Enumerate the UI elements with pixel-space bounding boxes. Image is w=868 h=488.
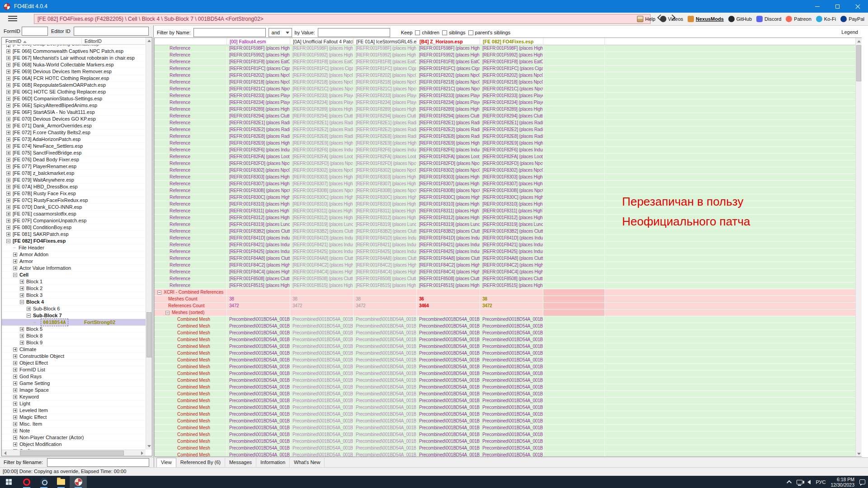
link-kofi[interactable]: Ko-Fi: [816, 16, 836, 22]
tree-item[interactable]: Leveled Item: [2, 407, 146, 414]
formid-input[interactable]: [22, 27, 48, 36]
tree-item[interactable]: [FE 082] FO4Fixes.esp: [2, 238, 146, 244]
tree-item[interactable]: Image Space: [2, 387, 146, 394]
combined-mesh-row[interactable]: Combined MeshPrecombined\001BD54A_001BD5…: [155, 343, 856, 350]
tree-item[interactable]: [FE 076] Dead Body Fixer.esp: [2, 156, 146, 163]
expand-icon[interactable]: [13, 442, 17, 446]
link-help[interactable]: Help: [637, 16, 656, 22]
tab-view[interactable]: View: [156, 458, 176, 468]
scrollbar-thumb[interactable]: [146, 312, 151, 357]
column-header[interactable]: [00] Fallout4.esm: [226, 38, 290, 45]
combined-mesh-row[interactable]: Combined MeshPrecombined\001BD54A_001BD7…: [155, 404, 856, 411]
start-button[interactable]: [0, 476, 18, 488]
close-button[interactable]: [848, 0, 868, 13]
collapse-icon[interactable]: [20, 300, 24, 304]
link-discord[interactable]: Discord: [756, 16, 781, 22]
expand-icon[interactable]: [6, 212, 10, 216]
reference-row[interactable]: Reference[REFR:001F8234] (places PlayerH…: [155, 99, 856, 106]
network-icon[interactable]: [797, 480, 802, 484]
tree-item[interactable]: Block 1: [2, 278, 146, 285]
tree-item[interactable]: [FE 079] WaitAnywhere.esp: [2, 177, 146, 183]
expand-icon[interactable]: [6, 158, 10, 162]
combined-mesh-row[interactable]: Combined MeshPrecombined\001BD54A_001BD5…: [155, 316, 856, 323]
reference-row[interactable]: Reference[REFR:001F841D] (places Industr…: [155, 235, 856, 242]
tree-item[interactable]: [FE 06C] HOTC SE Clothing Replacer.esp: [2, 89, 146, 95]
expand-icon[interactable]: [13, 259, 17, 263]
tree-horizontal-scrollbar[interactable]: [2, 450, 146, 456]
expand-icon[interactable]: [6, 90, 10, 94]
expand-icon[interactable]: [20, 341, 24, 345]
reference-row[interactable]: Reference[REFR:001F598F] (places HighTec…: [155, 45, 856, 52]
combined-mesh-row[interactable]: Combined MeshPrecombined\001BD54A_001BD7…: [155, 411, 856, 418]
reference-row[interactable]: Reference[REFR:001F8218] (places NpcCou.…: [155, 79, 856, 86]
expand-icon[interactable]: [6, 137, 10, 141]
tree-item[interactable]: Sub-Block 6: [2, 305, 146, 312]
combined-mesh-row[interactable]: Combined MeshPrecombined\001BD54A_001BD5…: [155, 398, 856, 404]
tree-item[interactable]: Armor: [2, 258, 146, 265]
reference-row[interactable]: Reference[REFR:001F8289] (places HighTec…: [155, 106, 856, 113]
expand-icon[interactable]: [6, 144, 10, 148]
expand-icon[interactable]: [13, 422, 17, 426]
combined-mesh-row[interactable]: Combined MeshPrecombined\001BD54A_001BD5…: [155, 330, 856, 337]
tree-item[interactable]: Block 8: [2, 333, 146, 339]
tree-item[interactable]: Climate: [2, 346, 146, 353]
combined-mesh-row[interactable]: Combined MeshPrecombined\001BD54A_001BD5…: [155, 350, 856, 357]
expand-icon[interactable]: [6, 103, 10, 108]
reference-row[interactable]: Reference[REFR:001F82F6] (places Industr…: [155, 147, 856, 154]
tree-item[interactable]: Game Setting: [2, 380, 146, 387]
column-header[interactable]: [FE 082] FO4Fixes.esp: [480, 38, 543, 45]
expand-icon[interactable]: [6, 192, 10, 196]
menu-icon[interactable]: [8, 16, 17, 22]
maximize-button[interactable]: [827, 0, 848, 13]
expand-icon[interactable]: [13, 402, 17, 406]
tree-item[interactable]: Keyword: [2, 394, 146, 400]
scroll-up-icon[interactable]: [147, 40, 151, 42]
expand-icon[interactable]: [13, 266, 17, 270]
tree-item[interactable]: [FE 07A] HBD_DressBox.esp: [2, 183, 146, 190]
expand-icon[interactable]: [6, 117, 10, 121]
taskbar-opera-button[interactable]: [18, 476, 35, 488]
combined-mesh-row[interactable]: Combined MeshPrecombined\001BD54A_001BD7…: [155, 425, 856, 432]
tree-item[interactable]: [FE 081] SAKRPatch.esp: [2, 231, 146, 238]
reference-row[interactable]: Reference[REFR:001F81FC] (places Cigaret…: [155, 66, 856, 72]
tree-item[interactable]: [FE 072] F.core Chastity Belts2.esp: [2, 129, 146, 136]
children-checkbox[interactable]: [415, 30, 420, 35]
tree-item[interactable]: Object Modification: [2, 441, 146, 448]
reference-row[interactable]: Reference[REFR:001F84C4] (places HighTe.…: [155, 269, 856, 276]
taskbar-explorer-button[interactable]: [52, 476, 70, 488]
tree-item[interactable]: Magic Effect: [2, 414, 146, 421]
reference-row[interactable]: Reference[REFR:001F82E8] (places RadioDi…: [155, 133, 856, 140]
tree-item[interactable]: Sub-Block 7: [2, 312, 146, 319]
combined-mesh-row[interactable]: Combined MeshPrecombined\001BD54A_001BD5…: [155, 357, 856, 364]
tree-item[interactable]: Misc. Item: [2, 421, 146, 427]
expand-icon[interactable]: [20, 334, 24, 338]
meshes-count-row[interactable]: Meshes Count3838383638: [155, 296, 856, 303]
expand-icon[interactable]: [6, 70, 10, 74]
reference-row[interactable]: Reference[REFR:001F83B2] (places Clutter…: [155, 228, 856, 235]
collapse-icon[interactable]: [165, 311, 170, 315]
tree-item[interactable]: [FE 07D] Dank_ECO-INNR.esp: [2, 204, 146, 211]
link-github[interactable]: GitHub: [728, 16, 752, 22]
filter-name-input[interactable]: [193, 28, 266, 37]
expand-icon[interactable]: [6, 164, 10, 169]
reference-row[interactable]: Reference[REFR:001F8294] (places Clutter…: [155, 113, 856, 120]
expand-icon[interactable]: [13, 347, 17, 352]
tree-item[interactable]: Light: [2, 400, 146, 407]
tree-item-selected[interactable]: 001BD54AFortStrong02: [2, 319, 146, 326]
filter-value-input[interactable]: [318, 28, 390, 37]
action-center-icon[interactable]: [859, 479, 865, 484]
reference-row[interactable]: Reference[REFR:001F84A8] (places Clutter…: [155, 255, 856, 262]
reference-row[interactable]: Reference[REFR:001F8303] (places HighTec…: [155, 174, 856, 181]
expand-icon[interactable]: [13, 415, 17, 419]
reference-row[interactable]: Reference[REFR:001F82FA] (places Loot_Pr…: [155, 154, 856, 160]
reference-row[interactable]: Reference[REFR:001F821C] (places NpcCo..…: [155, 86, 856, 93]
reference-row[interactable]: Reference[REFR:001F82E9] (places HighTec…: [155, 140, 856, 147]
expand-icon[interactable]: [20, 280, 24, 284]
tree-item[interactable]: [FE 07B] Rusty Face Fix.esp: [2, 190, 146, 197]
combined-mesh-row[interactable]: Combined MeshPrecombined\001BD54A_001BD5…: [155, 337, 856, 343]
grid-vertical-scrollbar[interactable]: [855, 38, 862, 457]
scroll-down-icon[interactable]: [857, 453, 861, 455]
tree-item[interactable]: Object Effect: [2, 360, 146, 366]
expand-icon[interactable]: [6, 205, 10, 209]
reference-row[interactable]: Reference[REFR:001F8307] (places HighTec…: [155, 181, 856, 188]
